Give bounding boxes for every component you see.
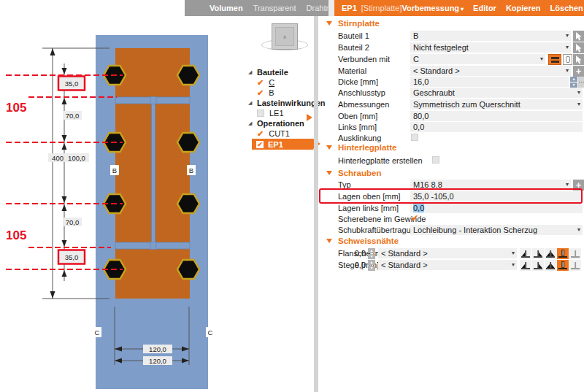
checked-icon[interactable]: ✔ xyxy=(257,79,264,86)
pick-in-scene-button[interactable] xyxy=(573,54,584,65)
dim-label: 70,0 xyxy=(66,112,80,120)
loeschen-button[interactable]: Löschen xyxy=(550,4,583,12)
flansche-stepper[interactable]: ▲▼ xyxy=(368,248,375,259)
weld-type-fillet-left-button[interactable] xyxy=(520,260,531,271)
weld-type-double-fillet-button[interactable] xyxy=(545,260,556,271)
dropdown-schrauben-typ[interactable]: M16 8.8 xyxy=(410,180,571,190)
weld-type-butt-button-active[interactable] xyxy=(557,248,569,259)
weld-type-fillet-right-button[interactable] xyxy=(532,260,544,271)
add-bolt-assembly-button[interactable]: + xyxy=(573,180,584,191)
checked-icon[interactable]: ✔ xyxy=(256,141,264,148)
tree-item-ep1-selected[interactable]: ✔ EP1 xyxy=(252,139,313,150)
more-options-button[interactable]: … xyxy=(578,77,584,88)
plate-weld-mode-button-active[interactable] xyxy=(548,54,561,65)
tree-header-operationen[interactable]: Operationen xyxy=(257,118,304,128)
dropdown-abmessungen[interactable]: Symmetrisch zum Querschnitt xyxy=(410,99,583,109)
weld-type-butt-button-active[interactable] xyxy=(557,260,569,271)
tree-expander-icon[interactable]: ◢ xyxy=(248,69,254,75)
dropdown-verbunden-mit[interactable]: C xyxy=(410,54,545,64)
checked-icon[interactable]: ✔ xyxy=(257,130,264,137)
panel-splitter[interactable] xyxy=(314,16,318,392)
scherebene-checked-icon[interactable]: ✔ xyxy=(411,214,418,223)
label-anschlusstyp: Anschlusstyp xyxy=(338,88,385,98)
dim-label: 35,0 xyxy=(65,80,79,88)
view-mode-volumen[interactable]: Volumen xyxy=(210,4,243,12)
input-oben[interactable]: 80,0 xyxy=(410,111,583,121)
weld-butt-icon xyxy=(558,261,568,270)
dropdown-stege-material[interactable]: < Standard > xyxy=(378,260,517,270)
weld-type-none-button[interactable] xyxy=(569,248,581,259)
tree-item-c[interactable]: ✔ C xyxy=(257,77,274,88)
weld-double-fillet-icon xyxy=(545,261,556,270)
dropdown-flansche-material[interactable]: < Standard > xyxy=(378,248,517,258)
add-material-button[interactable]: + xyxy=(573,66,584,77)
toolbar-divider xyxy=(328,0,334,16)
weld-type-double-fillet-button[interactable] xyxy=(545,248,556,259)
pick-in-scene-button[interactable] xyxy=(573,42,584,53)
kopieren-button[interactable]: Kopieren xyxy=(506,4,541,12)
checked-icon[interactable]: ✔ xyxy=(257,89,264,96)
label-schubkraft: Schubkraftübertragung xyxy=(338,225,420,235)
stepper-down-icon: ▼ xyxy=(368,254,375,259)
label-verbunden-mit: Verbunden mit xyxy=(338,54,390,64)
unchecked-checkbox-icon[interactable] xyxy=(257,109,264,117)
dropdown-anschlusstyp[interactable]: Geschraubt xyxy=(410,88,583,98)
tree-header-bauteile[interactable]: Bauteile xyxy=(257,67,288,77)
flansche-value[interactable]: 0,0 xyxy=(353,248,366,258)
tree-item-label[interactable]: CUT1 xyxy=(269,128,290,139)
weld-fillet-left-icon xyxy=(520,261,531,270)
view-mode-toolbar: Volumen Transparent Drahtmodell xyxy=(185,0,328,16)
label-typ: Typ xyxy=(338,180,351,190)
stege-stepper[interactable]: ▲▼ xyxy=(368,260,375,271)
weld-type-none-button[interactable] xyxy=(569,260,581,271)
label-lagen-links: Lagen links [mm] xyxy=(338,203,399,213)
tree-item-label[interactable]: EP1 xyxy=(268,140,283,149)
dimension-line-total xyxy=(50,48,55,299)
hinterlegplatte-checkbox[interactable] xyxy=(432,156,439,164)
dicke-stepper[interactable]: ▲▼ xyxy=(570,77,577,88)
section-expander-icon[interactable] xyxy=(326,239,332,243)
tree-item-cut1[interactable]: ✔ CUT1 xyxy=(257,128,290,139)
plus-icon: + xyxy=(576,66,582,76)
section-expander-icon[interactable] xyxy=(326,171,332,175)
dropdown-schubkraft[interactable]: Lochleibung - Interaktion Scherzug xyxy=(410,225,583,235)
view-mode-transparent[interactable]: Transparent xyxy=(253,4,296,12)
tree-expander-icon[interactable]: ◢ xyxy=(248,120,254,126)
plate-outline-mode-button[interactable] xyxy=(563,54,572,65)
dropdown-bauteil2[interactable]: Nicht festgelegt xyxy=(410,42,571,53)
stege-value[interactable]: 0,0 xyxy=(353,260,366,270)
weld-type-fillet-left-button[interactable] xyxy=(520,248,531,259)
section-expander-icon[interactable] xyxy=(326,21,332,26)
input-lagen-oben[interactable]: 35,0 -105,0 xyxy=(410,191,583,201)
tag-c-left: C xyxy=(95,328,100,337)
vorbemessung-button[interactable]: Vorbemessung▾ xyxy=(402,4,464,12)
cursor-icon xyxy=(575,55,583,64)
editor-button[interactable]: Editor xyxy=(473,4,496,12)
tree-expander-icon[interactable]: ◢ xyxy=(248,100,254,106)
tree-item-b[interactable]: ✔ B xyxy=(257,88,274,98)
tree-item-le1[interactable]: LE1 xyxy=(257,108,284,118)
dropdown-bauteil1[interactable]: B xyxy=(410,31,571,41)
dim-label: 100,0 xyxy=(68,154,85,162)
pick-in-scene-button[interactable] xyxy=(573,31,584,42)
input-lagen-links[interactable]: 0,0 xyxy=(410,203,583,213)
section-title-hinterlegplatte[interactable]: Hinterlegplatte xyxy=(338,143,397,153)
label-links: Links [mm] xyxy=(338,122,377,132)
weld-none-icon xyxy=(570,261,580,270)
section-title-schrauben[interactable]: Schrauben xyxy=(338,169,381,178)
input-dicke[interactable]: 16,0 xyxy=(410,77,569,87)
tree-item-label[interactable]: LE1 xyxy=(269,108,284,118)
section-title-stirnplatte[interactable]: Stirnplatte xyxy=(338,19,380,28)
navigation-cube[interactable]: x xyxy=(261,22,308,55)
label-material: Material xyxy=(338,66,366,76)
section-title-schweissnaehte[interactable]: Schweissnähte xyxy=(338,237,399,246)
weld-type-fillet-right-button[interactable] xyxy=(532,248,544,259)
label-hinterlegplatte-erstellen: Hinterlegplatte erstellen xyxy=(338,155,423,166)
tree-item-label[interactable]: B xyxy=(269,88,274,98)
dropdown-material[interactable]: < Standard > xyxy=(410,66,571,76)
tree-item-label[interactable]: C xyxy=(269,77,274,88)
section-expander-icon[interactable] xyxy=(326,145,332,150)
splitter-collapse-icon[interactable] xyxy=(307,114,312,121)
ausklinkung-checkbox[interactable] xyxy=(411,134,418,141)
input-links[interactable]: 0,0 xyxy=(410,122,583,132)
